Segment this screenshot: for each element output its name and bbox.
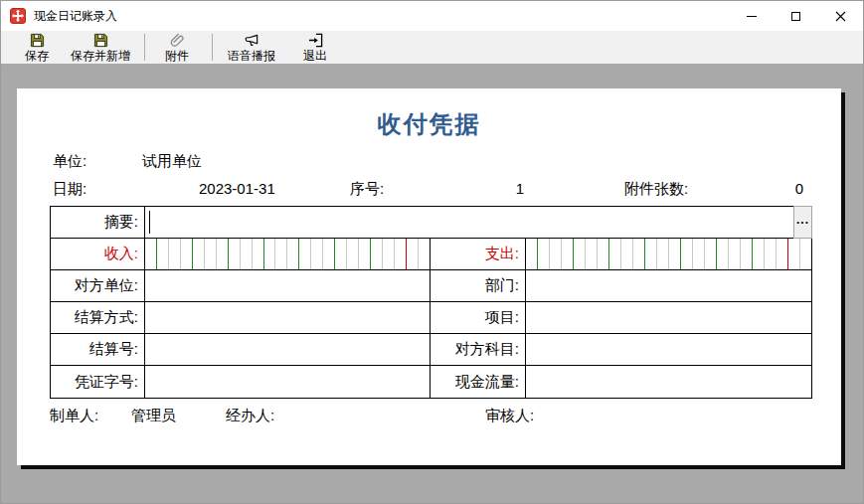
amount-digit-column [264, 239, 276, 269]
counterparty-unit-label: 对方单位: [51, 270, 145, 301]
toolbar: 保存 保存并新增 附件 语音播报 [1, 31, 863, 65]
amount-digit-column [407, 239, 419, 269]
attachment-button[interactable]: 附件 [152, 33, 202, 62]
cash-flow-input[interactable] [526, 366, 811, 398]
department-input[interactable] [526, 270, 811, 301]
detail-row: 结算方式: 项目: [51, 302, 811, 334]
settlement-method-input[interactable] [145, 302, 430, 333]
amount-digit-column [145, 239, 157, 269]
save-and-new-button[interactable]: 保存并新增 [61, 33, 140, 62]
preparer-label: 制单人: [50, 407, 98, 425]
floppy-disk-icon [29, 33, 46, 48]
expense-amount-cell[interactable] [526, 239, 811, 269]
amount-digit-column [621, 239, 633, 269]
serial-label: 序号: [350, 180, 384, 199]
attachment-label: 附件 [165, 50, 189, 62]
save-label: 保存 [25, 50, 49, 62]
title-bar[interactable]: 现金日记账录入 [1, 1, 863, 31]
voice-broadcast-button[interactable]: 语音播报 [220, 33, 283, 62]
maximize-button[interactable] [774, 1, 818, 31]
reviewer-label: 审核人: [485, 407, 534, 425]
save-and-new-label: 保存并新增 [71, 50, 130, 62]
voucher-number-cell [145, 366, 431, 398]
amount-digit-column [574, 239, 586, 269]
voice-broadcast-label: 语音播报 [228, 50, 275, 62]
counterparty-account-input[interactable] [526, 334, 811, 365]
window-title: 现金日记账录入 [34, 8, 117, 25]
amount-digit-column [275, 239, 287, 269]
attachments-count-label: 附件张数: [624, 180, 688, 199]
counterparty-account-cell [526, 334, 811, 365]
amount-row: 收入: 支出: [51, 239, 811, 270]
amount-digit-column [371, 239, 383, 269]
counterparty-unit-input[interactable] [145, 270, 430, 301]
settlement-method-cell [145, 302, 431, 333]
amount-digit-column [347, 239, 359, 269]
handler-label: 经办人: [226, 407, 274, 425]
floppy-disk-icon [92, 33, 109, 48]
amount-digit-column [253, 239, 264, 269]
expense-label: 支出: [431, 239, 526, 269]
exit-button[interactable]: 退出 [291, 33, 339, 62]
amount-digit-column [526, 239, 538, 269]
amount-digit-column [181, 239, 193, 269]
detail-row: 凭证字号: 现金流量: [51, 366, 811, 398]
project-input[interactable] [526, 302, 811, 333]
attachments-count-value[interactable]: 0 [753, 180, 803, 197]
counterparty-account-label: 对方科目: [431, 334, 526, 365]
settlement-method-label: 结算方式: [51, 302, 145, 333]
minimize-button[interactable] [729, 1, 774, 31]
amount-digit-column [299, 239, 311, 269]
amount-digit-column [717, 239, 729, 269]
project-cell [526, 302, 811, 333]
voucher-table: 摘要: ... 收入: 支出: 对方单位: [50, 206, 812, 399]
settlement-number-cell [145, 334, 431, 365]
amount-digit-column [693, 239, 705, 269]
detail-row: 结算号: 对方科目: [51, 334, 811, 366]
summary-row: 摘要: ... [51, 207, 811, 239]
amount-digit-column [193, 239, 205, 269]
settlement-number-input[interactable] [145, 334, 430, 365]
amount-digit-column [777, 239, 788, 269]
amount-digit-column [645, 239, 657, 269]
amount-digit-column [788, 239, 800, 269]
voucher-number-label: 凭证字号: [51, 366, 145, 398]
date-value[interactable]: 2023-01-31 [199, 180, 275, 197]
voucher-number-input[interactable] [145, 366, 430, 398]
save-button[interactable]: 保存 [13, 33, 61, 62]
megaphone-icon [244, 33, 260, 48]
amount-digit-column [765, 239, 777, 269]
amount-digit-column [217, 239, 229, 269]
amount-digit-column [669, 239, 681, 269]
income-amount-cell[interactable] [145, 239, 431, 269]
close-button[interactable] [818, 1, 863, 31]
counterparty-unit-cell [145, 270, 431, 301]
form-title: 收付凭据 [17, 108, 841, 140]
amount-digit-column [753, 239, 765, 269]
amount-digit-column [609, 239, 621, 269]
serial-value[interactable]: 1 [504, 180, 524, 197]
text-cursor [149, 211, 150, 234]
detail-row: 对方单位: 部门: [51, 270, 811, 302]
summary-cell: ... [145, 207, 811, 238]
amount-digit-column [800, 239, 811, 269]
summary-more-button[interactable]: ... [793, 206, 812, 239]
summary-input[interactable] [145, 207, 811, 238]
amount-digit-column [538, 239, 550, 269]
amount-digit-column [169, 239, 181, 269]
amount-digit-column [287, 239, 299, 269]
content-area: 收付凭据 单位: 试用单位 日期: 2023-01-31 序号: 1 附件张数:… [1, 65, 863, 503]
unit-value: 试用单位 [142, 152, 202, 171]
amount-digit-column [729, 239, 741, 269]
income-label: 收入: [51, 239, 145, 269]
cash-flow-label: 现金流量: [431, 366, 526, 398]
toolbar-separator [212, 34, 213, 61]
exit-arrow-icon [307, 33, 324, 48]
amount-digit-column [586, 239, 598, 269]
settlement-number-label: 结算号: [51, 334, 145, 365]
date-label: 日期: [53, 180, 86, 199]
app-icon [10, 8, 26, 24]
toolbar-separator [144, 34, 145, 61]
voucher-paper: 收付凭据 单位: 试用单位 日期: 2023-01-31 序号: 1 附件张数:… [17, 88, 841, 465]
amount-digit-column [359, 239, 371, 269]
